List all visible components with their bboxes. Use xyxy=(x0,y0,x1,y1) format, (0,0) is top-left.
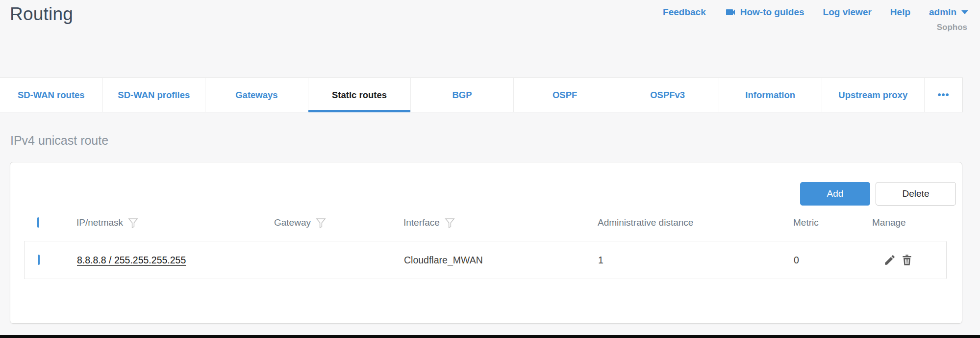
delete-button[interactable]: Delete xyxy=(876,182,956,206)
help-link[interactable]: Help xyxy=(890,7,910,18)
table-header: IP/netmask Gateway Interface Administrat… xyxy=(24,212,947,233)
top-nav: Feedback How-to guides Log viewer Help a… xyxy=(663,6,968,18)
admin-menu[interactable]: admin xyxy=(929,7,968,18)
filter-icon[interactable] xyxy=(316,217,326,229)
interface-label: Interface xyxy=(403,217,440,228)
administrative-distance-value: 1 xyxy=(598,255,794,266)
manage-actions xyxy=(873,254,947,266)
table-row: 8.8.8.8 / 255.255.255.255 Cloudflare_MWA… xyxy=(24,241,947,279)
tab-ospfv3[interactable]: OSPFv3 xyxy=(616,78,719,112)
tab-sd-wan-routes[interactable]: SD-WAN routes xyxy=(0,78,102,112)
help-label: Help xyxy=(890,7,910,18)
metric-label: Metric xyxy=(793,217,819,228)
tab-information[interactable]: Information xyxy=(719,78,822,112)
log-viewer-link[interactable]: Log viewer xyxy=(823,7,872,18)
tab-sd-wan-profiles[interactable]: SD-WAN profiles xyxy=(102,78,205,112)
column-header-gateway: Gateway xyxy=(274,217,403,229)
edit-pencil-icon[interactable] xyxy=(883,254,896,266)
column-header-administrative-distance: Administrative distance xyxy=(598,217,793,228)
tab-bar: SD-WAN routes SD-WAN profiles Gateways S… xyxy=(0,78,963,112)
route-link[interactable]: 8.8.8.8 / 255.255.255.255 xyxy=(77,255,186,265)
filter-icon[interactable] xyxy=(445,217,455,229)
manage-label: Manage xyxy=(872,217,906,228)
admin-label: admin xyxy=(929,7,956,18)
trash-icon[interactable] xyxy=(901,254,913,266)
tab-ospf[interactable]: OSPF xyxy=(513,78,616,112)
gateway-label: Gateway xyxy=(274,217,311,228)
how-to-guides-label: How-to guides xyxy=(740,7,804,18)
ip-netmask-label: IP/netmask xyxy=(76,217,123,228)
video-camera-icon xyxy=(725,6,736,18)
add-button[interactable]: Add xyxy=(800,182,870,206)
tab-more-menu[interactable]: ••• xyxy=(924,78,962,112)
feedback-label: Feedback xyxy=(663,7,706,18)
select-all-checkbox[interactable] xyxy=(37,217,39,228)
chevron-down-icon xyxy=(961,10,968,14)
administrative-distance-label: Administrative distance xyxy=(598,217,693,228)
tab-static-routes[interactable]: Static routes xyxy=(308,78,411,112)
tab-gateways[interactable]: Gateways xyxy=(205,78,308,112)
interface-value: Cloudflare_MWAN xyxy=(404,255,598,266)
metric-value: 0 xyxy=(794,255,873,266)
ipv4-unicast-route-card: Add Delete IP/netmask Gateway Interface … xyxy=(10,162,962,324)
page-title: Routing xyxy=(10,4,73,25)
column-header-ip-netmask: IP/netmask xyxy=(76,217,274,229)
column-header-metric: Metric xyxy=(793,217,872,228)
column-header-interface: Interface xyxy=(403,217,598,229)
row-checkbox[interactable] xyxy=(38,255,40,265)
column-header-manage: Manage xyxy=(872,217,947,228)
account-name: Sophos xyxy=(937,23,967,32)
how-to-guides-link[interactable]: How-to guides xyxy=(725,6,804,18)
filter-icon[interactable] xyxy=(128,217,138,229)
feedback-link[interactable]: Feedback xyxy=(663,7,706,18)
section-title: IPv4 unicast route xyxy=(10,133,108,148)
window-bottom-edge xyxy=(0,335,980,338)
tab-bgp[interactable]: BGP xyxy=(410,78,513,112)
log-viewer-label: Log viewer xyxy=(823,7,872,18)
toolbar: Add Delete xyxy=(800,182,956,206)
tab-upstream-proxy[interactable]: Upstream proxy xyxy=(822,78,925,112)
